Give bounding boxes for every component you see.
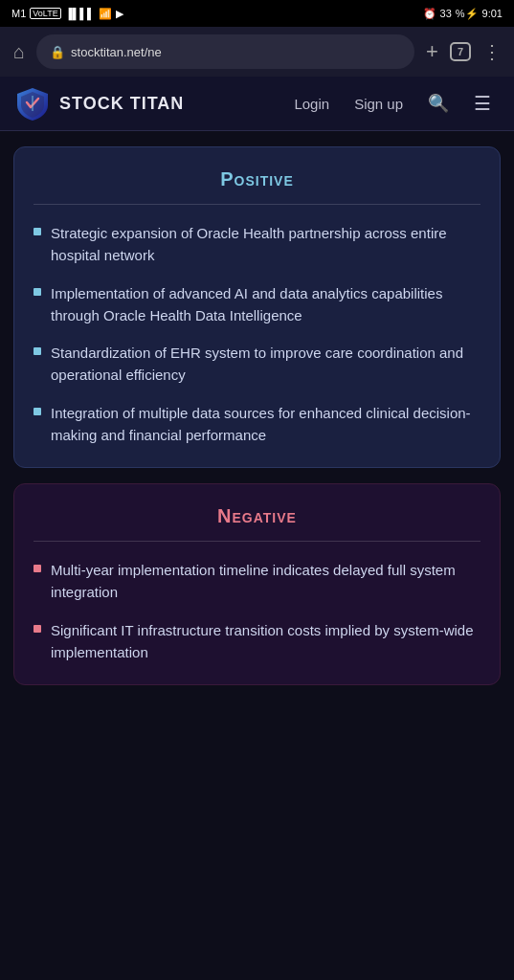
new-tab-icon[interactable]: + [422,35,442,68]
volte-label: VoLTE [30,8,60,19]
positive-card-divider [34,204,480,205]
battery-label: 33 [440,8,452,19]
signal-icon: ▐▌▌▌ [65,8,95,19]
site-logo [15,86,50,121]
positive-card: Positive Strategic expansion of Oracle H… [13,146,501,468]
negative-card-title: Negative [34,505,480,527]
login-button[interactable]: Login [286,92,337,116]
url-text: stocktitan.net/ne [71,45,401,59]
signup-button[interactable]: Sign up [346,92,411,116]
hamburger-menu-icon[interactable]: ☰ [466,88,499,119]
bullet-icon [34,408,41,415]
positive-item-1: Strategic expansion of Oracle Health par… [34,222,480,267]
main-content: Positive Strategic expansion of Oracle H… [0,131,514,701]
search-icon[interactable]: 🔍 [420,89,457,118]
bullet-icon [34,625,41,633]
youtube-icon: ▶ [116,8,123,20]
carrier-label: M1 [11,8,26,19]
time-label: 9:01 [482,8,503,19]
browser-menu-icon[interactable]: ⋮ [479,36,504,67]
wifi-icon: 📶 [99,8,112,20]
browser-bar: ⌂ 🔒 stocktitan.net/ne + 7 ⋮ [0,27,514,77]
negative-card: Negative Multi-year implementation timel… [13,483,501,685]
bullet-icon [34,347,41,355]
home-icon[interactable]: ⌂ [10,37,29,67]
positive-card-title: Positive [34,168,480,190]
positive-card-list: Strategic expansion of Oracle Health par… [34,222,480,446]
negative-card-list: Multi-year implementation timeline indic… [34,559,480,663]
negative-card-divider [34,541,480,542]
positive-item-3: Standardization of EHR system to improve… [34,342,480,387]
lock-icon: 🔒 [50,45,65,59]
positive-item-2: Implementation of advanced AI and data a… [34,282,480,327]
tab-count-badge[interactable]: 7 [450,42,471,61]
status-left: M1 VoLTE ▐▌▌▌ 📶 ▶ [11,8,123,20]
url-bar[interactable]: 🔒 stocktitan.net/ne [36,34,414,69]
bullet-icon [34,288,41,296]
positive-item-4: Integration of multiple data sources for… [34,402,480,447]
negative-item-1: Multi-year implementation timeline indic… [34,559,480,604]
battery-icon: %⚡ [456,8,479,20]
negative-item-2: Significant IT infrastructure transition… [34,619,480,664]
bullet-icon [34,565,41,572]
bullet-icon [34,228,41,235]
status-bar: M1 VoLTE ▐▌▌▌ 📶 ▶ ⏰ 33 %⚡ 9:01 [0,0,514,27]
site-title: STOCK TITAN [59,94,277,114]
alarm-icon: ⏰ [423,8,436,20]
status-right: ⏰ 33 %⚡ 9:01 [423,8,503,20]
nav-bar: STOCK TITAN Login Sign up 🔍 ☰ [0,77,514,131]
